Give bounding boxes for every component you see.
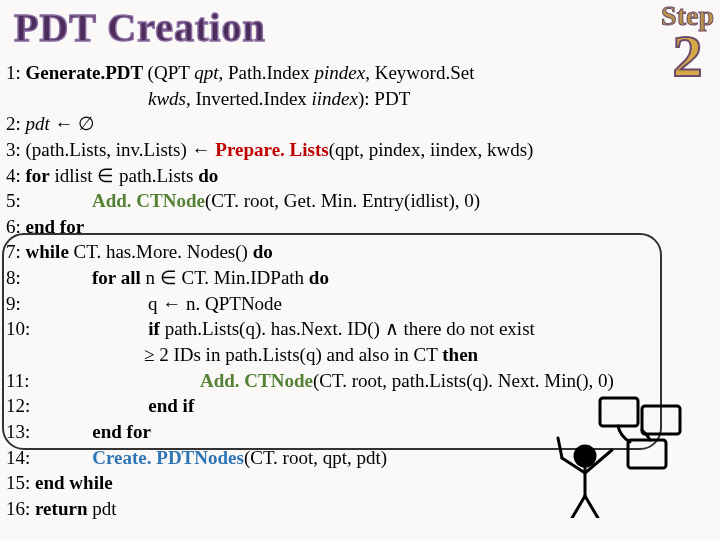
algo-line-1: 1: Generate.PDT (QPT qpt, Path.Index pin…	[6, 60, 706, 86]
algo-line-6: 6: end for	[6, 214, 706, 240]
algo-line-9: 9: q ← n. QPTNode	[6, 291, 706, 317]
algo-line-1b: kwds, Inverted.Index iindex): PDT	[6, 86, 706, 112]
svg-point-0	[575, 446, 595, 466]
svg-line-2	[572, 496, 585, 518]
algo-line-4: 4: for idlist ∈ path.Lists do	[6, 163, 706, 189]
algo-line-10: 10: if path.Lists(q). has.Next. ID() ∧ t…	[6, 316, 706, 342]
svg-line-6	[558, 438, 562, 458]
algo-line-7: 7: while CT. has.More. Nodes() do	[6, 239, 706, 265]
slide-title: PDT Creation	[14, 4, 266, 51]
algo-line-8: 8: for all n ∈ CT. Min.IDPath do	[6, 265, 706, 291]
algo-line-10b: ≥ 2 IDs in path.Lists(q) and also in CT …	[6, 342, 706, 368]
algo-line-5: 5: Add. CTNode(CT. root, Get. Min. Entry…	[6, 188, 706, 214]
svg-line-3	[585, 496, 598, 518]
algo-line-2: 2: pdt ← ∅	[6, 111, 706, 137]
algo-line-3: 3: (path.Lists, inv.Lists) ← Prepare. Li…	[6, 137, 706, 163]
svg-rect-8	[642, 406, 680, 434]
svg-rect-7	[600, 398, 638, 426]
stick-figure-illustration	[530, 378, 690, 518]
svg-rect-9	[628, 440, 666, 468]
